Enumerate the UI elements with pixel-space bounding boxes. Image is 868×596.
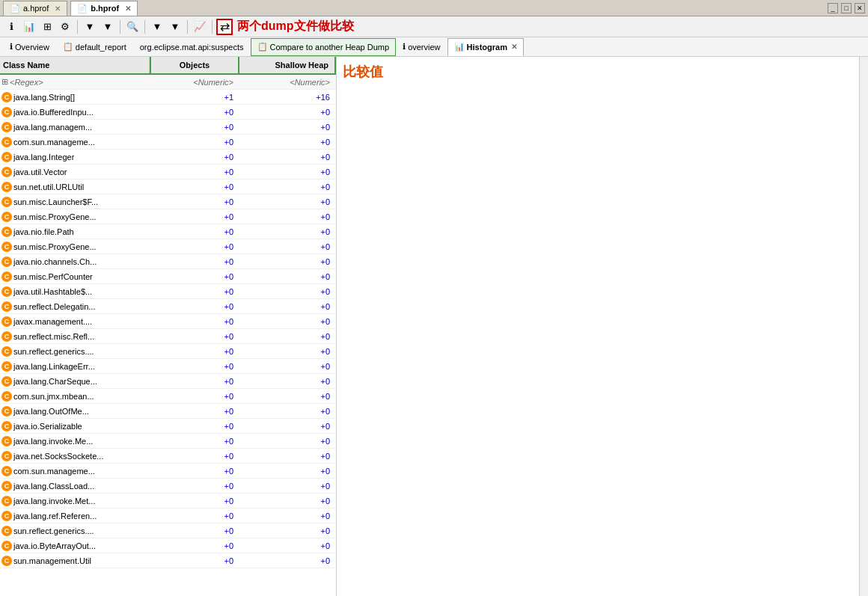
cell-classname: C java.io.ByteArrayOut... — [0, 541, 150, 551]
tab-label-a: a.hprof — [23, 4, 49, 13]
class-icon: C — [1, 286, 12, 297]
info-button[interactable]: ℹ — [3, 19, 19, 35]
tab-a-hprof[interactable]: 📄 a.hprof ✕ — [3, 1, 67, 16]
tab-suspects-label: org.eclipse.mat.api:suspects — [140, 43, 244, 52]
cell-shallow: +0 — [239, 317, 336, 326]
table-row[interactable]: C javax.management.... +0 +0 — [0, 314, 336, 329]
nav-tabs: ℹ Overview 📋 default_report org.eclipse.… — [0, 37, 868, 57]
table-row[interactable]: C java.lang.String[] +1 +16 — [0, 90, 336, 105]
cell-objects: +0 — [150, 332, 239, 341]
search-button[interactable]: 🔍 — [124, 19, 141, 35]
chart-button[interactable]: 📈 — [192, 19, 208, 35]
table-row[interactable]: C sun.reflect.misc.Refl... +0 +0 — [0, 329, 336, 344]
cell-objects: +0 — [150, 242, 239, 251]
tab-overview-label: Overview — [15, 43, 49, 52]
dropdown-btn2[interactable]: ▼ — [100, 19, 116, 35]
toolbar-dropdown4[interactable]: ▼ — [167, 19, 183, 35]
table-row[interactable]: C java.lang.ClassLoad... +0 +0 — [0, 479, 336, 494]
table-row[interactable]: C java.nio.channels.Ch... +0 +0 — [0, 254, 336, 269]
col-shallow-header[interactable]: Shallow Heap — [239, 57, 336, 73]
table-row[interactable]: C java.net.SocksSockete... +0 +0 — [0, 449, 336, 464]
close-button[interactable]: ✕ — [855, 3, 865, 13]
table-row[interactable]: C com.sun.jmx.mbean... +0 +0 — [0, 389, 336, 404]
shallow-header-label: Shallow Heap — [275, 61, 328, 70]
tab-default-report[interactable]: 📋 default_report — [56, 38, 133, 56]
tab-suspects[interactable]: org.eclipse.mat.api:suspects — [133, 38, 251, 56]
table-row[interactable]: C java.io.BufferedInpu... +0 +0 — [0, 105, 336, 120]
table-row[interactable]: C java.lang.CharSeque... +0 +0 — [0, 374, 336, 389]
cell-classname: C java.net.SocksSockete... — [0, 451, 150, 461]
col-objects-header[interactable]: Objects — [150, 57, 239, 73]
table-row[interactable]: C java.util.Hashtable$... +0 +0 — [0, 284, 336, 299]
cell-objects: +0 — [150, 556, 239, 565]
grid-button[interactable]: ⊞ — [39, 19, 55, 35]
cell-classname: C sun.net.util.URLUtil — [0, 182, 150, 192]
table-row[interactable]: C java.lang.managem... +0 +0 — [0, 120, 336, 135]
maximize-button[interactable]: □ — [841, 3, 852, 13]
annotation-text: 两个dump文件做比较 — [237, 19, 354, 34]
regex-cell-shallow: <Numeric> — [239, 78, 336, 87]
settings-button[interactable]: ⚙ — [57, 19, 73, 35]
cell-objects: +0 — [150, 123, 239, 132]
class-icon: C — [1, 182, 12, 192]
tab-histogram[interactable]: 📊 Histogram ✕ — [447, 38, 524, 56]
table-row[interactable]: C sun.reflect.generics.... +0 +0 — [0, 523, 336, 538]
table-row[interactable]: C java.lang.LinkageErr... +0 +0 — [0, 359, 336, 374]
compare-icon: 📋 — [257, 42, 268, 52]
table-row[interactable]: C sun.misc.ProxyGene... +0 +0 — [0, 209, 336, 224]
table-row[interactable]: C sun.management.Util +0 +0 — [0, 553, 336, 568]
close-histogram-tab[interactable]: ✕ — [511, 43, 517, 51]
class-icon: C — [1, 271, 12, 282]
table-row[interactable]: C java.lang.ref.Referen... +0 +0 — [0, 509, 336, 523]
table-row[interactable]: C java.util.Vector +0 +0 — [0, 165, 336, 179]
cell-classname: C com.sun.jmx.mbean... — [0, 391, 150, 402]
bar-chart-button[interactable]: 📊 — [21, 19, 37, 35]
histogram-icon: 📊 — [454, 42, 465, 52]
scrollbar[interactable] — [859, 57, 868, 596]
compare-heap-dump-button[interactable]: ⇄ — [216, 19, 233, 35]
cell-shallow: +0 — [239, 138, 336, 147]
table-row[interactable]: C java.lang.Integer +0 +0 — [0, 150, 336, 165]
close-tab-b[interactable]: ✕ — [125, 4, 131, 13]
cell-shallow: +0 — [239, 541, 336, 550]
cell-objects: +0 — [150, 392, 239, 401]
table-row[interactable]: C sun.misc.Launcher$F... +0 +0 — [0, 194, 336, 209]
table-row[interactable]: C java.io.ByteArrayOut... +0 +0 — [0, 538, 336, 553]
class-icon: C — [1, 346, 12, 357]
close-tab-a[interactable]: ✕ — [55, 4, 61, 13]
regex-cell-objects: <Numeric> — [150, 78, 239, 87]
table-row[interactable]: C java.nio.file.Path +0 +0 — [0, 224, 336, 239]
toolbar-dropdown3[interactable]: ▼ — [149, 19, 165, 35]
tab-overview[interactable]: ℹ Overview — [3, 38, 56, 56]
table-row[interactable]: C sun.reflect.generics.... +0 +0 — [0, 344, 336, 359]
sep5 — [212, 20, 213, 34]
cell-objects: +0 — [150, 347, 239, 356]
cell-classname: C java.lang.ClassLoad... — [0, 481, 150, 491]
cell-classname: C sun.management.Util — [0, 556, 150, 566]
table-row[interactable]: C java.lang.invoke.Met... +0 +0 — [0, 494, 336, 509]
table-row[interactable]: C com.sun.manageme... +0 +0 — [0, 464, 336, 479]
table-row[interactable]: C com.sun.manageme... +0 +0 — [0, 135, 336, 150]
tab-overview2[interactable]: ℹ overview — [396, 38, 447, 56]
table-row[interactable]: C java.io.Serializable +0 +0 — [0, 419, 336, 434]
table-row[interactable]: C sun.reflect.Delegatin... +0 +0 — [0, 299, 336, 314]
cell-classname: C java.lang.managem... — [0, 122, 150, 132]
table-row[interactable]: C sun.net.util.URLUtil +0 +0 — [0, 179, 336, 194]
tab-b-hprof[interactable]: 📄 b.hprof ✕ — [70, 1, 138, 16]
cell-classname: C sun.reflect.misc.Refl... — [0, 331, 150, 342]
cell-classname: C com.sun.manageme... — [0, 137, 150, 147]
cell-shallow: +0 — [239, 467, 336, 476]
dropdown-btn1[interactable]: ▼ — [82, 19, 98, 35]
minimize-button[interactable]: _ — [828, 3, 838, 13]
tab-compare-heap[interactable]: 📋 Compare to another Heap Dump — [251, 38, 397, 56]
table-body[interactable]: ⊞ <Regex> <Numeric> <Numeric> C java.lan… — [0, 75, 336, 596]
table-row[interactable]: C sun.misc.PerfCounter +0 +0 — [0, 269, 336, 284]
regex-filter-row[interactable]: ⊞ <Regex> <Numeric> <Numeric> — [0, 75, 336, 90]
cell-shallow: +0 — [239, 302, 336, 311]
table-row[interactable]: C java.lang.OutOfMe... +0 +0 — [0, 404, 336, 419]
table-row[interactable]: C java.lang.invoke.Me... +0 +0 — [0, 434, 336, 449]
table-row[interactable]: C sun.misc.ProxyGene... +0 +0 — [0, 239, 336, 254]
class-icon: C — [1, 122, 12, 132]
cell-objects: +0 — [150, 212, 239, 221]
class-icon: C — [1, 481, 12, 491]
